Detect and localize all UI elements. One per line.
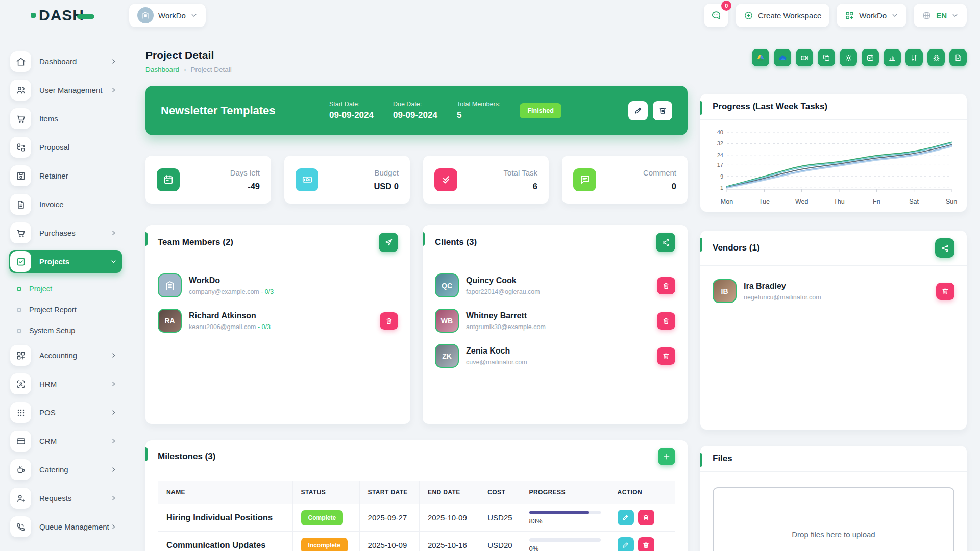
google-drive-button[interactable]: [752, 49, 769, 66]
sliders-icon: [910, 54, 918, 62]
col-name: NAME: [158, 481, 293, 504]
share-vendors-button[interactable]: [935, 238, 954, 258]
calendar-icon: [157, 168, 180, 191]
remove-member-button[interactable]: [380, 312, 398, 330]
logo-dot-icon: [31, 13, 36, 18]
project-banner: Newsletter Templates Start Date: 09-09-2…: [145, 86, 688, 135]
start-date-value: 09-09-2024: [329, 110, 374, 120]
calendar-button[interactable]: [862, 49, 879, 66]
edit-milestone-button[interactable]: [618, 537, 634, 551]
header-actions: 0 Create Workspace WorkDo EN: [704, 4, 967, 27]
sidebar-item-items[interactable]: Items: [9, 107, 122, 130]
onedrive-button[interactable]: [774, 49, 791, 66]
copy-button[interactable]: [818, 49, 835, 66]
bar-chart-icon: [888, 54, 896, 62]
create-workspace-button[interactable]: Create Workspace: [736, 4, 829, 27]
create-workspace-label: Create Workspace: [758, 11, 821, 20]
brand-logo[interactable]: DASH: [0, 7, 129, 24]
sidebar-item-projects[interactable]: Projects: [9, 250, 122, 273]
copy-icon: [822, 54, 830, 62]
sidebar-item-pos[interactable]: POS: [9, 401, 122, 424]
add-milestone-button[interactable]: [658, 448, 675, 465]
grid-plus-icon: [10, 345, 31, 366]
clients-card: Clients (3) QC Quincy Cook fapor22014@og…: [423, 225, 688, 424]
cart-icon: [10, 108, 31, 129]
chevron-right-icon: [110, 58, 117, 65]
delete-milestone-button[interactable]: [638, 537, 654, 551]
svg-text:24: 24: [717, 152, 723, 158]
svg-text:32: 32: [717, 140, 723, 146]
stat-total-task: Total Task 6: [423, 156, 549, 204]
trash-icon: [662, 282, 670, 290]
edit-milestone-button[interactable]: [618, 510, 634, 525]
chat-icon: [710, 10, 722, 21]
chevron-right-icon: [110, 409, 117, 416]
sidebar-item-user-management[interactable]: User Management: [9, 79, 122, 102]
settings-button[interactable]: [840, 49, 857, 66]
sidebar-item-accounting[interactable]: Accounting: [9, 344, 122, 367]
chevron-down-icon: [891, 12, 898, 19]
remove-client-button[interactable]: [657, 277, 675, 294]
gear-icon: [844, 54, 853, 62]
avatar: RA: [158, 309, 182, 333]
chat-button[interactable]: 0: [704, 4, 728, 27]
sidebar-subitem-project[interactable]: Project: [9, 279, 122, 299]
workspace-selector[interactable]: WorkDo: [129, 4, 206, 27]
delete-project-button[interactable]: [653, 101, 672, 120]
sidebar-item-proposal[interactable]: Proposal: [9, 136, 122, 159]
chevron-right-icon: [110, 466, 117, 473]
project-title: Newsletter Templates: [161, 104, 329, 117]
chevron-right-icon: [110, 230, 117, 236]
sidebar-subitem-project-report[interactable]: Project Report: [9, 299, 122, 320]
sidebar-item-hrm[interactable]: HRM: [9, 372, 122, 395]
col-end-date: END DATE: [420, 481, 479, 504]
file-report-button[interactable]: [949, 49, 967, 66]
edit-project-button[interactable]: [628, 101, 648, 120]
client-row: ZK Zenia Koch cuve@mailinator.com: [435, 344, 675, 368]
phone-icon: [10, 516, 31, 537]
check-square-icon: [10, 251, 31, 272]
retainer-icon: [10, 165, 31, 186]
sidebar-item-dashboard[interactable]: Dashboard: [9, 50, 122, 73]
remove-client-button[interactable]: [657, 312, 675, 330]
bug-report-button[interactable]: [927, 49, 945, 66]
col-status: STATUS: [292, 481, 359, 504]
delete-milestone-button[interactable]: [638, 510, 654, 525]
svg-text:Wed: Wed: [795, 198, 808, 205]
share-clients-button[interactable]: [656, 233, 675, 252]
proposal-icon: [10, 137, 31, 158]
sidebar-subitem-system-setup[interactable]: System Setup: [9, 320, 122, 341]
remove-client-button[interactable]: [657, 347, 675, 365]
scan-user-icon: [10, 373, 31, 394]
avatar: [158, 273, 182, 297]
top-bar: DASH WorkDo 0 Create Workspace WorkDo: [0, 0, 980, 31]
chart-button[interactable]: [884, 49, 901, 66]
milestone-row: Hiring Individual Positions Complete 202…: [158, 504, 675, 532]
avatar: QC: [435, 273, 459, 297]
trash-icon: [642, 541, 650, 549]
sliders-button[interactable]: [905, 49, 923, 66]
due-date-value: 09-09-2024: [393, 110, 437, 120]
milestone-status-badge: Complete: [301, 510, 344, 525]
plus-circle-icon: [744, 11, 753, 20]
video-button[interactable]: [796, 49, 813, 66]
svg-text:1: 1: [720, 185, 723, 191]
video-icon: [800, 54, 809, 62]
sidebar-item-catering[interactable]: Catering: [9, 458, 122, 481]
file-dropzone[interactable]: Drop files here to upload: [713, 487, 954, 551]
sidebar-item-crm[interactable]: CRM: [9, 430, 122, 453]
workspace-menu-button[interactable]: WorkDo: [837, 4, 906, 27]
sidebar-item-requests[interactable]: Requests: [9, 487, 122, 510]
language-selector[interactable]: EN: [914, 4, 967, 27]
milestone-status-badge: Incomplete: [301, 538, 348, 551]
chevron-down-icon: [951, 12, 959, 19]
vendor-row: IB Ira Bradley negefuricu@mailinator.com: [713, 279, 954, 303]
sidebar-item-queue-management[interactable]: Queue Management: [9, 515, 122, 538]
sidebar-item-invoice[interactable]: Invoice: [9, 193, 122, 216]
sidebar-item-retainer[interactable]: Retainer: [9, 164, 122, 187]
remove-vendor-button[interactable]: [936, 283, 954, 300]
invite-member-button[interactable]: [379, 233, 398, 252]
app-root: DASH WorkDo 0 Create Workspace WorkDo: [0, 0, 980, 551]
breadcrumb-dashboard-link[interactable]: Dashboard: [145, 66, 179, 73]
sidebar-item-purchases[interactable]: Purchases: [9, 221, 122, 244]
